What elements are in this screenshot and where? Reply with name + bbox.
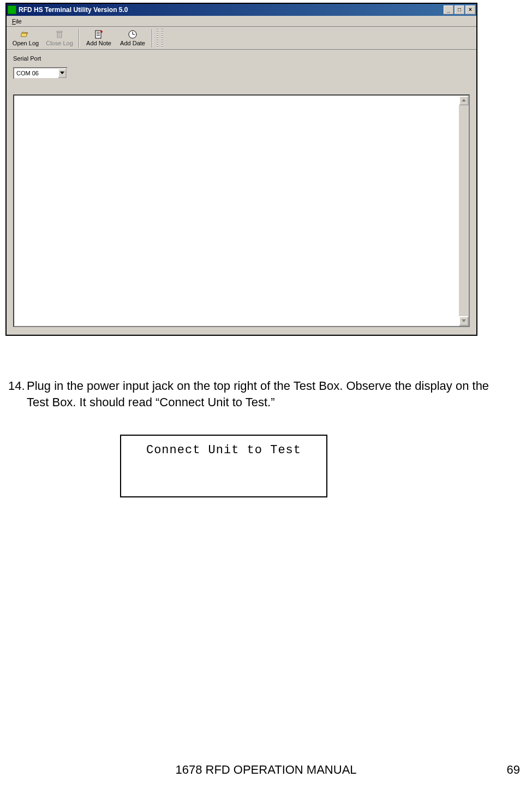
svg-point-3 <box>100 31 103 33</box>
scroll-up-button[interactable] <box>459 96 469 105</box>
toolbar-grip <box>157 29 158 48</box>
dropdown-button[interactable] <box>58 68 67 78</box>
chevron-down-icon <box>60 72 64 75</box>
serial-port-label: Serial Port <box>13 55 470 62</box>
toolbar-separator <box>79 29 80 48</box>
trash-icon <box>55 29 64 39</box>
menubar: File <box>7 16 476 27</box>
add-date-label: Add Date <box>120 40 145 46</box>
svg-rect-1 <box>57 31 62 32</box>
scroll-down-button[interactable] <box>459 316 469 326</box>
close-log-label: Close Log <box>46 40 73 46</box>
svg-rect-2 <box>95 31 101 38</box>
instruction-step: 14.Plug in the power input jack on the t… <box>8 378 521 410</box>
add-date-button[interactable]: Add Date <box>116 28 150 49</box>
footer-title: 1678 RFD OPERATION MANUAL <box>0 763 532 777</box>
log-textarea[interactable] <box>13 94 470 327</box>
app-window: RFD HS Terminal Utility Version 5.0 _ □ … <box>5 3 477 336</box>
step-text: Plug in the power input jack on the top … <box>27 378 512 410</box>
folder-open-icon <box>21 29 31 39</box>
minimize-button[interactable]: _ <box>444 5 453 14</box>
toolbar-grip-2 <box>162 29 163 48</box>
close-log-button: Close Log <box>43 28 76 49</box>
maximize-button[interactable]: □ <box>455 5 464 14</box>
add-note-button[interactable]: Add Note <box>82 28 116 49</box>
window-body: Serial Port COM 06 <box>7 50 476 335</box>
toolbar: Open Log Close Log Add Note Add Date <box>7 27 476 50</box>
scrollbar[interactable] <box>459 96 469 326</box>
titlebar[interactable]: RFD HS Terminal Utility Version 5.0 _ □ … <box>7 4 476 16</box>
test-box-display: Connect Unit to Test <box>120 435 327 497</box>
chevron-down-icon <box>462 319 466 323</box>
close-button[interactable]: × <box>465 5 475 14</box>
file-menu[interactable]: File <box>9 17 25 26</box>
add-note-label: Add Note <box>86 40 111 46</box>
window-title: RFD HS Terminal Utility Version 5.0 <box>19 6 443 14</box>
log-content[interactable] <box>14 96 459 326</box>
chevron-up-icon <box>462 99 466 102</box>
page-number: 69 <box>507 763 520 777</box>
serial-port-select[interactable]: COM 06 <box>13 67 68 79</box>
display-text: Connect Unit to Test <box>146 443 301 457</box>
serial-port-value: COM 06 <box>16 70 39 76</box>
app-icon <box>8 5 16 14</box>
note-icon <box>94 29 104 39</box>
toolbar-separator-2 <box>152 29 153 48</box>
open-log-label: Open Log <box>13 40 39 46</box>
clock-icon <box>128 29 138 39</box>
open-log-button[interactable]: Open Log <box>9 28 43 49</box>
file-menu-rest: ile <box>16 18 22 25</box>
step-number: 14. <box>8 378 27 394</box>
